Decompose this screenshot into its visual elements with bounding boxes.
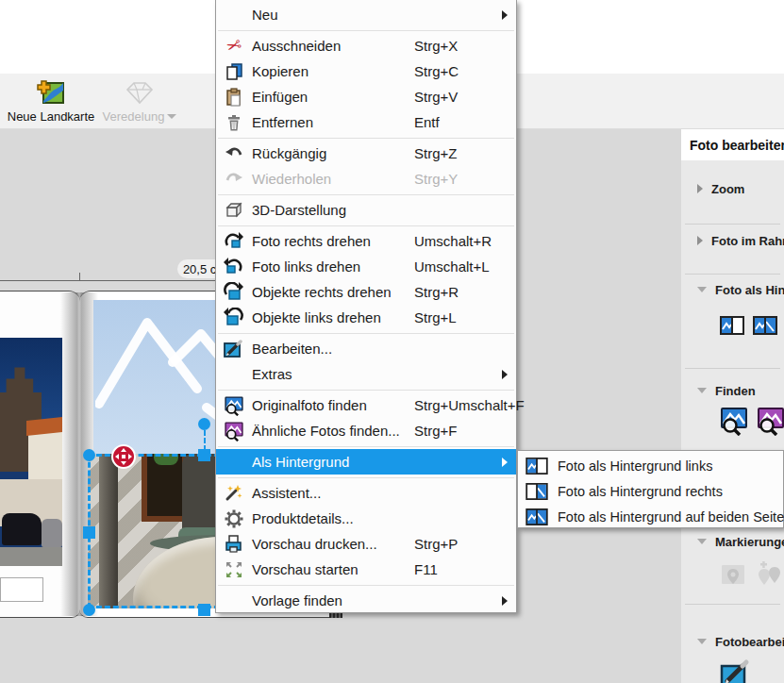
photo-building-car-dark: [2, 513, 42, 545]
empty-text-box[interactable]: [0, 577, 43, 602]
edit-photo-icon: [223, 339, 244, 359]
chevron-down-icon: [697, 388, 707, 393]
selection-handle-left-center[interactable]: [83, 526, 95, 539]
menu-item-neu[interactable]: Neu: [216, 2, 516, 27]
edit-photo-icon[interactable]: [720, 658, 752, 683]
context-menu: Neu ✂ Ausschneiden Strg+X Kopieren Strg+…: [215, 0, 517, 613]
diamond-icon: [124, 77, 156, 108]
photo-building-street: [0, 547, 62, 566]
submenu-item-hintergrund-rechts[interactable]: Foto als Hintergrund rechts: [518, 478, 783, 504]
menu-item-aehnliche-fotos-finden[interactable]: Ähnliche Fotos finden... Strg+F: [216, 418, 516, 443]
copy-icon: [223, 61, 244, 82]
submenu-item-hintergrund-beide[interactable]: Foto als Hintergrund auf beiden Seiten: [518, 504, 783, 529]
rotation-handle-link: [204, 430, 206, 451]
menu-item-einfuegen[interactable]: Einfügen Strg+V: [216, 84, 516, 109]
paste-icon: [223, 87, 244, 108]
panel-section-foto-im-rahmen[interactable]: Foto im Rahmen: [681, 230, 784, 251]
panel-separator: [685, 274, 780, 275]
menu-item-extras[interactable]: Extras: [216, 361, 516, 387]
spread-right-icon: [525, 481, 549, 502]
new-map-label: Neue Landkarte: [8, 109, 95, 124]
rotate-photo-left-icon: [223, 257, 244, 277]
submenu-arrow-icon: [502, 370, 508, 379]
menu-item-objekte-rechts-drehen[interactable]: Objekte rechts drehen Strg+R: [216, 279, 516, 305]
panel-separator: [685, 604, 780, 605]
refinement-label: Veredelung: [103, 109, 165, 124]
marker-pins-icon[interactable]: [755, 561, 783, 593]
selection-handle-top-center[interactable]: [198, 449, 210, 461]
redo-icon: [223, 169, 244, 190]
menu-item-ausschneiden[interactable]: ✂ Ausschneiden Strg+X: [216, 33, 516, 58]
menu-item-objekte-links-drehen[interactable]: Objekte links drehen Strg+L: [216, 305, 516, 330]
chevron-down-icon: [697, 539, 707, 544]
chevron-down-icon: [167, 114, 176, 119]
submenu-arrow-icon: [502, 458, 508, 467]
menu-item-foto-links-drehen[interactable]: Foto links drehen Umschalt+L: [216, 254, 516, 279]
chevron-right-icon: [697, 236, 703, 245]
chevron-down-icon: [697, 639, 707, 644]
panel-section-zoom[interactable]: Zoom: [681, 178, 784, 199]
menu-item-rueckgaengig[interactable]: Rückgängig Strg+Z: [216, 141, 516, 166]
submenu-item-hintergrund-links[interactable]: Foto als Hintergrund links: [518, 453, 783, 478]
scissors-icon: ✂: [223, 36, 244, 57]
photo-building-car-silver: [42, 519, 62, 547]
find-original-icon[interactable]: [720, 406, 748, 440]
panel-separator: [685, 224, 780, 225]
menu-item-produktdetails[interactable]: Produktdetails...: [216, 506, 516, 531]
trash-icon: [223, 112, 244, 133]
printer-icon: [223, 534, 244, 555]
find-similar-icon[interactable]: [757, 406, 784, 440]
rotate-photo-right-icon: [223, 231, 244, 252]
spread-left-icon: [525, 456, 549, 476]
menu-item-vorlage-finden[interactable]: Vorlage finden: [216, 588, 516, 613]
panel-separator: [685, 368, 780, 369]
selection-handle-bottom-left[interactable]: [83, 604, 95, 616]
chevron-right-icon: [697, 184, 703, 193]
spread-both-icon[interactable]: [753, 316, 777, 339]
rotation-handle[interactable]: [198, 418, 210, 430]
menu-item-wiederholen[interactable]: Wiederholen Strg+Y: [216, 166, 516, 192]
panel-section-finden[interactable]: Finden: [681, 380, 784, 401]
rotate-objects-right-icon: [223, 282, 244, 303]
undo-icon: [223, 143, 244, 164]
find-original-icon: [223, 395, 244, 416]
photo-edit-panel: Foto bearbeiten Zoom Foto im Rahmen Foto…: [681, 129, 784, 683]
menu-item-assistent[interactable]: Assistent...: [216, 480, 516, 506]
menu-item-vorschau-drucken[interactable]: Vorschau drucken... Strg+P: [216, 531, 516, 557]
refinement-button[interactable]: Veredelung: [98, 77, 181, 126]
panel-section-foto-als-hintergrund[interactable]: Foto als Hintergrund: [681, 279, 784, 300]
new-map-button[interactable]: Neue Landkarte: [8, 77, 94, 126]
gear-icon: [223, 508, 244, 529]
fullscreen-icon: [223, 559, 244, 580]
find-similar-icon: [223, 421, 244, 441]
menu-item-3d-darstellung[interactable]: 3D-Darstellung: [216, 197, 516, 223]
measurement-tick: [79, 273, 80, 280]
menu-item-entfernen[interactable]: Entfernen Entf: [216, 109, 516, 135]
selection-handle-bottom-center[interactable]: [198, 604, 210, 616]
submenu-arrow-icon: [502, 10, 508, 20]
submenu-arrow-icon: [502, 596, 508, 606]
move-photo-badge[interactable]: [111, 444, 136, 469]
panel-section-fotobearbeitung[interactable]: Fotobearbeitung: [681, 631, 784, 652]
menu-item-kopieren[interactable]: Kopieren Strg+C: [216, 58, 516, 84]
spread-both-icon: [525, 507, 549, 527]
panel-section-markierungen[interactable]: Markierungen: [681, 531, 784, 552]
chevron-down-icon: [697, 287, 707, 292]
als-hintergrund-submenu: Foto als Hintergrund links Foto als Hint…: [517, 450, 784, 528]
wand-icon: [223, 483, 244, 504]
rotate-objects-left-icon: [223, 308, 244, 328]
new-map-icon: [36, 77, 66, 108]
marker-photo-icon[interactable]: [720, 561, 746, 593]
menu-item-originalfoto-finden[interactable]: Originalfoto finden Strg+Umschalt+F: [216, 392, 516, 418]
menu-item-als-hintergrund[interactable]: Als Hintergrund: [216, 449, 516, 475]
photo-building[interactable]: [0, 338, 62, 566]
selection-handle-top-left[interactable]: [83, 449, 95, 461]
menu-item-foto-rechts-drehen[interactable]: Foto rechts drehen Umschalt+R: [216, 228, 516, 254]
menu-item-vorschau-starten[interactable]: Vorschau starten F11: [216, 557, 516, 582]
menu-item-bearbeiten[interactable]: Bearbeiten...: [216, 336, 516, 361]
cube-icon: [223, 200, 244, 221]
spread-left-icon[interactable]: [720, 316, 744, 339]
panel-title: Foto bearbeiten: [681, 129, 784, 160]
